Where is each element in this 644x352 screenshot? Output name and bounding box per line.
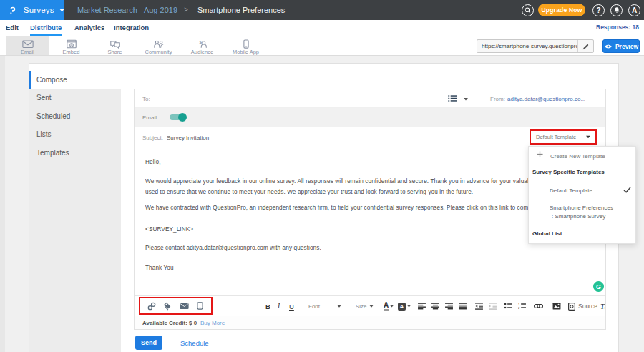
- text-color-button[interactable]: A: [384, 296, 394, 316]
- mobile-app-icon: [240, 39, 252, 49]
- tab-community[interactable]: Community: [137, 36, 180, 55]
- subject-value[interactable]: Survey Invitation: [167, 135, 209, 141]
- menu-section-global-list: Global List: [532, 230, 562, 237]
- preview-label: Preview: [615, 43, 638, 50]
- menu-item-smartphone-preferences[interactable]: Smartphone Preferences: [550, 205, 613, 211]
- background-color-a: A: [398, 303, 406, 311]
- email-toggle[interactable]: [170, 114, 184, 120]
- survey-url-value: https://smartphone-survey.questionpro: [482, 43, 577, 49]
- tab-embed-label: Embed: [49, 49, 93, 55]
- embed-icon: [66, 39, 77, 49]
- indent-icon: [489, 303, 497, 310]
- schedule-link[interactable]: Schedule: [180, 339, 209, 347]
- divider: [529, 225, 635, 225]
- font-select[interactable]: Font: [308, 296, 341, 316]
- bell-icon: [613, 6, 620, 14]
- share-icon: [109, 39, 121, 49]
- size-select[interactable]: Size: [356, 296, 374, 316]
- grammarly-button[interactable]: G: [593, 281, 604, 292]
- survey-url-field[interactable]: https://smartphone-survey.questionpro: [477, 39, 594, 53]
- numbered-list-button[interactable]: [518, 296, 526, 316]
- chevron-down-icon[interactable]: [464, 97, 468, 101]
- sidebar-item-scheduled[interactable]: Scheduled: [29, 107, 121, 126]
- upgrade-now-button[interactable]: Upgrade Now: [538, 4, 585, 16]
- template-select-value: Default Template: [536, 134, 586, 140]
- template-select[interactable]: Default Template: [532, 132, 593, 142]
- email-label: Email:: [142, 114, 158, 121]
- remove-format-x: x: [605, 305, 606, 311]
- notifications-button[interactable]: [610, 4, 623, 16]
- template-dropdown-menu: Create New Template Survey Specific Temp…: [528, 146, 636, 244]
- tab-audience[interactable]: Audience: [180, 36, 224, 55]
- responses-count[interactable]: Responses: 18: [596, 20, 639, 36]
- align-justify-button[interactable]: [459, 296, 467, 316]
- insert-mobile-icon[interactable]: [196, 302, 204, 310]
- underline-button[interactable]: U: [289, 296, 294, 316]
- breadcrumb-separator: >: [184, 0, 188, 20]
- background-color-button[interactable]: A: [398, 296, 411, 316]
- bulleted-list-button[interactable]: [504, 296, 512, 316]
- to-label: To:: [142, 96, 150, 102]
- help-button[interactable]: ?: [592, 4, 605, 16]
- menu-item-integration[interactable]: Integration: [114, 20, 149, 36]
- italic-button[interactable]: I: [278, 296, 280, 316]
- numbered-list-icon: [518, 303, 526, 310]
- menu-item-default-template[interactable]: Default Template: [550, 187, 592, 194]
- source-button[interactable]: Source: [568, 296, 597, 316]
- insert-group-annotation: [139, 297, 213, 315]
- tab-share[interactable]: Share: [93, 36, 137, 55]
- menu-section-survey-specific: Survey Specific Templates: [532, 169, 605, 175]
- align-left-icon: [418, 303, 426, 310]
- bold-button[interactable]: B: [265, 296, 270, 316]
- outdent-icon: [475, 303, 483, 310]
- sidebar-item-lists[interactable]: Lists: [29, 125, 121, 144]
- text-color-a: A: [384, 302, 389, 311]
- align-right-button[interactable]: [445, 296, 453, 316]
- chevron-down-icon: [407, 305, 411, 308]
- menu-item-distribute[interactable]: Distribute: [30, 20, 62, 36]
- tab-mobile-app[interactable]: Mobile App: [224, 36, 268, 55]
- eye-icon: [604, 44, 613, 49]
- image-button[interactable]: [552, 296, 561, 316]
- toggle-knob: [178, 113, 187, 122]
- survey-menu-bar: Edit Distribute Analytics Integration Re…: [0, 20, 644, 36]
- insert-tag-icon[interactable]: [163, 302, 172, 311]
- menu-item-create-new-template[interactable]: Create New Template: [529, 147, 635, 165]
- insert-link-icon[interactable]: [147, 302, 156, 311]
- tab-embed[interactable]: Embed: [49, 36, 93, 55]
- align-center-button[interactable]: [431, 296, 439, 316]
- select-list-icon[interactable]: [448, 94, 457, 102]
- chevron-down-icon: [59, 8, 64, 12]
- account-avatar[interactable]: A: [628, 4, 640, 16]
- preview-button[interactable]: Preview: [602, 39, 640, 53]
- breadcrumb-survey[interactable]: Smartphone Preferences: [197, 0, 285, 20]
- sidebar-item-compose[interactable]: Compose: [29, 71, 121, 89]
- insert-email-icon[interactable]: [180, 303, 189, 310]
- create-template-label: Create New Template: [550, 153, 605, 160]
- font-select-label: Font: [308, 303, 320, 310]
- align-right-icon: [445, 303, 453, 310]
- plus-icon: [537, 151, 543, 157]
- breadcrumb-folder[interactable]: Market Research - Aug 2019: [77, 0, 177, 20]
- sidebar-item-sent[interactable]: Sent: [29, 89, 121, 107]
- menu-item-smartphone-preferences-line2[interactable]: : Smartphone Survey: [552, 213, 605, 220]
- decrease-indent-button[interactable]: [475, 296, 483, 316]
- sidebar-item-templates[interactable]: Templates: [29, 144, 121, 162]
- menu-item-edit[interactable]: Edit: [6, 20, 19, 36]
- editor-toolbar: B I U Font Size A A: [135, 295, 605, 316]
- search-button[interactable]: [522, 4, 534, 16]
- align-left-button[interactable]: [418, 296, 426, 316]
- menu-item-analytics[interactable]: Analytics: [74, 20, 104, 36]
- increase-indent-button[interactable]: [489, 296, 497, 316]
- tab-email[interactable]: Email: [6, 36, 49, 55]
- from-email[interactable]: aditya.datar@questionpro.co...: [507, 96, 585, 102]
- send-button[interactable]: Send: [135, 336, 162, 350]
- questionpro-logo-icon: [9, 4, 17, 16]
- remove-format-button[interactable]: T x: [600, 296, 606, 316]
- product-switcher[interactable]: Surveys: [0, 0, 64, 20]
- community-icon: [153, 39, 165, 49]
- link-button[interactable]: [534, 296, 543, 316]
- top-bar: Surveys Market Research - Aug 2019 > Sma…: [0, 0, 644, 20]
- buy-more-link[interactable]: Buy More: [200, 320, 225, 326]
- edit-url-button[interactable]: [578, 40, 593, 53]
